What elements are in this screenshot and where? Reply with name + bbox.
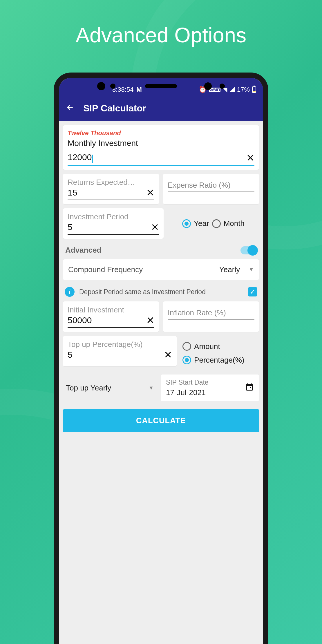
topup-type-percentage[interactable]: Percentage(%): [182, 356, 244, 365]
clear-icon[interactable]: ✕: [146, 187, 154, 198]
radio-unchecked-icon: [212, 219, 221, 228]
deposit-period-checkbox[interactable]: ✓: [248, 287, 257, 296]
topup-input[interactable]: 5 ✕: [68, 349, 172, 362]
deposit-period-text: Deposit Period same as Investment Period: [79, 288, 243, 296]
investment-period-value: 5: [68, 222, 73, 232]
compound-frequency-value: Yearly: [219, 265, 240, 274]
topup-percentage-card: Top up Percentage(%) 5 ✕: [63, 336, 177, 366]
expense-ratio-card: Expense Ratio (%): [163, 174, 259, 204]
signal-icon: [229, 87, 235, 92]
expense-ratio-input[interactable]: Expense Ratio (%): [168, 178, 254, 192]
sip-start-date-value: 17-Jul-2021: [166, 388, 209, 397]
initial-investment-input[interactable]: 50000 ✕: [68, 314, 154, 328]
monthly-investment-label: Monthly Investment: [68, 139, 254, 148]
radio-label: Amount: [194, 342, 220, 351]
clear-icon[interactable]: ✕: [246, 152, 254, 164]
phone-sensor: [110, 84, 115, 89]
period-unit-radio-group: Year Month: [168, 208, 259, 239]
period-unit-month[interactable]: Month: [212, 219, 245, 228]
investment-period-card: Investment Period 5 ✕: [63, 208, 164, 239]
initial-investment-label: Initial Investment: [68, 305, 154, 314]
initial-investment-value: 50000: [68, 315, 92, 325]
initial-investment-card: Initial Investment 50000 ✕: [63, 301, 159, 332]
phone-sensor-2: [220, 84, 225, 89]
inflation-rate-input[interactable]: Inflation Rate (%): [168, 305, 254, 320]
topup-label: Top up Percentage(%): [68, 340, 172, 349]
radio-label: Year: [194, 219, 209, 228]
clear-icon[interactable]: ✕: [164, 349, 172, 361]
radio-label: Percentage(%): [194, 356, 244, 365]
topup-type-radio-group: Amount Percentage(%): [182, 336, 259, 370]
topup-type-amount[interactable]: Amount: [182, 342, 220, 351]
topup-value: 5: [68, 350, 73, 360]
amount-in-words: Twelve Thousand: [68, 129, 254, 137]
compound-frequency-select[interactable]: Compound Frequency Yearly ▼: [63, 259, 259, 280]
phone-camera-2: [204, 82, 212, 90]
investment-period-label: Investment Period: [68, 212, 159, 221]
topup-frequency-value: Top up Yearly: [66, 383, 111, 392]
returns-label: Returns Expected…: [68, 178, 154, 187]
radio-label: Month: [224, 219, 245, 228]
app-title: SIP Calculator: [83, 103, 146, 114]
topup-frequency-select[interactable]: Top up Yearly ▼: [63, 375, 157, 401]
inflation-rate-card: Inflation Rate (%): [163, 301, 259, 332]
advanced-section-header: Advanced: [63, 243, 259, 259]
dropdown-icon: ▼: [249, 267, 254, 273]
sip-start-date-picker[interactable]: SIP Start Date 17-Jul-2021: [161, 375, 259, 401]
period-unit-year[interactable]: Year: [182, 219, 209, 228]
info-icon: i: [65, 287, 75, 297]
calculate-button[interactable]: CALCULATE: [63, 409, 259, 432]
clear-icon[interactable]: ✕: [151, 221, 159, 233]
dropdown-icon: ▼: [149, 385, 154, 391]
radio-checked-icon: [182, 219, 191, 228]
advanced-title: Advanced: [65, 246, 101, 255]
returns-card: Returns Expected… 15 ✕: [63, 174, 159, 204]
text-cursor: [92, 155, 93, 163]
phone-camera: [97, 82, 105, 90]
compound-frequency-label: Compound Frequency: [68, 265, 219, 274]
sip-start-date-label: SIP Start Date: [166, 379, 209, 386]
investment-period-input[interactable]: 5 ✕: [68, 221, 159, 235]
status-time: 8:38:54: [112, 86, 133, 93]
returns-input[interactable]: 15 ✕: [68, 187, 154, 200]
gmail-icon: M: [136, 86, 142, 93]
radio-checked-icon: [182, 356, 191, 364]
battery-icon: [252, 86, 256, 93]
battery-percent: 17%: [237, 86, 250, 93]
radio-unchecked-icon: [182, 342, 191, 351]
deposit-period-row: i Deposit Period same as Investment Peri…: [63, 284, 259, 301]
back-button[interactable]: [66, 103, 75, 114]
returns-value: 15: [68, 188, 77, 198]
phone-speaker: [145, 84, 177, 88]
phone-frame: 8:38:54 M ⏰ VoWiFi ◥ 17% SIP Calculator …: [54, 73, 268, 644]
clear-icon[interactable]: ✕: [146, 314, 154, 326]
monthly-investment-card: Twelve Thousand Monthly Investment 12000…: [63, 125, 259, 170]
advanced-toggle[interactable]: [240, 246, 257, 254]
app-bar: SIP Calculator: [59, 95, 263, 121]
monthly-investment-input[interactable]: 12000 ✕: [68, 152, 254, 166]
promo-title: Advanced Options: [0, 23, 322, 47]
calendar-icon: [245, 383, 254, 393]
monthly-investment-value: 12000: [68, 152, 92, 162]
